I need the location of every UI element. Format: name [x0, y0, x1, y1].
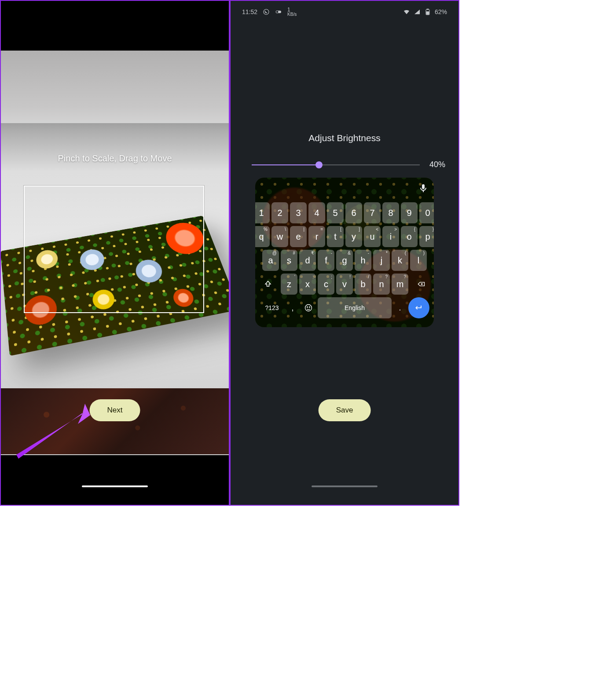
svg-rect-6	[426, 11, 429, 14]
keyboard-preview: 1234567890 q%w\e|r=t[y]u<i>o{p} a@s#d₹f-…	[255, 178, 434, 327]
key-u[interactable]: u<	[364, 226, 381, 247]
key-l[interactable]: l)	[410, 250, 427, 271]
key-7[interactable]: 7	[364, 202, 381, 223]
wifi-icon	[403, 8, 410, 15]
status-bar: 11:52 1KB/s 62%	[231, 5, 458, 18]
save-button[interactable]: Save	[319, 399, 371, 421]
key-j[interactable]: j*	[373, 250, 390, 271]
key-2[interactable]: 2	[271, 202, 288, 223]
pill-icon	[275, 8, 282, 15]
key-f[interactable]: f-	[318, 250, 334, 271]
key-p[interactable]: p}	[419, 226, 434, 247]
key-1[interactable]: 1	[255, 202, 270, 223]
slider-thumb[interactable]	[315, 161, 323, 168]
key-6[interactable]: 6	[345, 202, 362, 223]
key-5[interactable]: 5	[327, 202, 344, 223]
key-c[interactable]: c;	[318, 274, 334, 295]
mic-icon[interactable]	[418, 183, 429, 193]
key-e[interactable]: e|	[290, 226, 307, 247]
key-x[interactable]: x:	[299, 274, 316, 295]
screen-left-crop: Pinch to Scale, Drag to Move Next	[0, 0, 230, 506]
key-comma[interactable]: ,	[286, 297, 299, 318]
key-s[interactable]: s#	[281, 250, 297, 271]
pinch-drag-hint: Pinch to Scale, Drag to Move	[1, 153, 229, 164]
key-h[interactable]: h-	[355, 250, 371, 271]
key-g[interactable]: g&	[336, 250, 353, 271]
svg-rect-5	[427, 9, 429, 9]
key-a[interactable]: a@	[262, 250, 279, 271]
key-b[interactable]: b/	[355, 274, 371, 295]
status-time: 11:52	[242, 8, 257, 15]
photo-shadow	[1, 123, 229, 171]
screen-right-brightness: 11:52 1KB/s 62% Adjust Brightness	[230, 0, 459, 506]
key-0[interactable]: 0	[419, 202, 434, 223]
adjust-brightness-title: Adjust Brightness	[231, 133, 458, 143]
key-emoji[interactable]	[301, 297, 316, 318]
key-r[interactable]: r=	[308, 226, 325, 247]
key-i[interactable]: i>	[382, 226, 399, 247]
signal-icon	[414, 8, 421, 15]
key-m[interactable]: m?	[392, 274, 408, 295]
brightness-value: 40%	[429, 160, 445, 169]
key-8[interactable]: 8	[382, 202, 399, 223]
key-9[interactable]: 9	[401, 202, 418, 223]
key-shift[interactable]	[257, 274, 279, 295]
key-period[interactable]: .	[393, 297, 407, 318]
home-indicator[interactable]	[82, 485, 148, 487]
key-y[interactable]: y]	[345, 226, 362, 247]
battery-text: 62%	[435, 8, 447, 15]
crop-rectangle[interactable]	[24, 186, 204, 313]
battery-icon	[424, 8, 431, 15]
key-3[interactable]: 3	[290, 202, 307, 223]
key-w[interactable]: w\	[271, 226, 288, 247]
key-z[interactable]: z'	[281, 274, 297, 295]
svg-point-0	[264, 9, 269, 15]
key-d[interactable]: d₹	[299, 250, 316, 271]
key-4[interactable]: 4	[308, 202, 325, 223]
key-t[interactable]: t[	[327, 226, 344, 247]
svg-point-7	[305, 305, 312, 311]
key-v[interactable]: v!	[336, 274, 353, 295]
key-symbols[interactable]: ?123	[260, 297, 284, 318]
key-enter[interactable]	[408, 297, 429, 318]
brightness-slider-row: 40%	[252, 160, 445, 169]
home-indicator[interactable]	[312, 485, 378, 487]
svg-point-8	[307, 307, 308, 308]
network-speed: 1KB/s	[287, 7, 297, 17]
whatsapp-icon	[263, 8, 270, 15]
key-n[interactable]: n?	[373, 274, 390, 295]
next-button[interactable]: Next	[90, 399, 140, 421]
brightness-slider[interactable]	[252, 164, 420, 165]
svg-point-9	[309, 307, 310, 308]
key-space[interactable]: English	[318, 297, 392, 318]
key-k[interactable]: k(	[392, 250, 408, 271]
key-q[interactable]: q%	[255, 226, 270, 247]
key-backspace[interactable]	[410, 274, 432, 295]
photo-carpet-strip	[1, 388, 229, 454]
key-o[interactable]: o{	[401, 226, 418, 247]
